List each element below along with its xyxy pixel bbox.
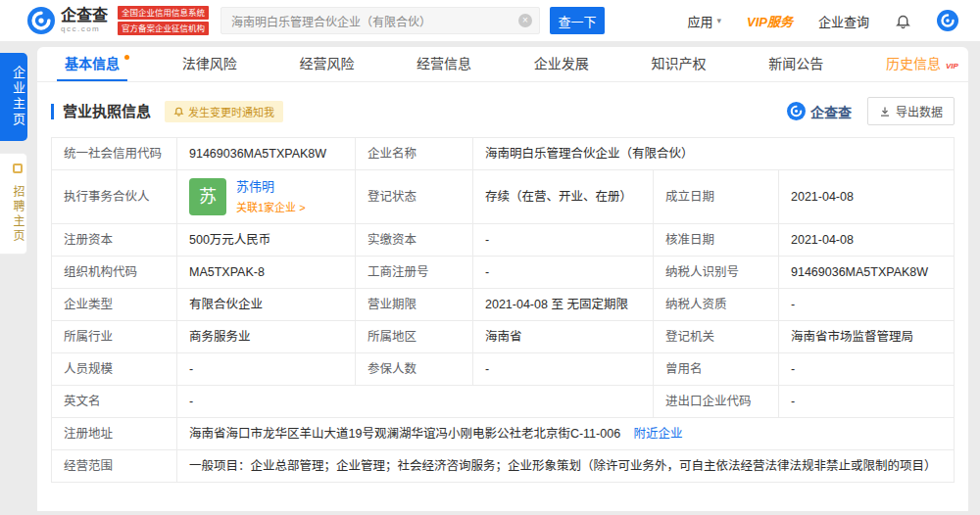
field-label: 人员规模: [52, 353, 177, 386]
search-clear-icon[interactable]: ×: [518, 14, 532, 27]
field-label: 注册地址: [52, 418, 177, 450]
table-row: 注册资本 500万元人民币 实缴资本 - 核准日期 2021-04-08: [52, 224, 955, 257]
table-row: 统一社会信用代码 91469036MA5TXPAK8W 企业名称 海南明白乐管理…: [52, 138, 955, 170]
field-value: -: [473, 257, 654, 289]
enterprise-search-link[interactable]: 企业查询: [818, 12, 869, 30]
tab-legal-risk[interactable]: 法律风险: [174, 47, 245, 81]
brand-watermark: 企查查: [787, 102, 852, 121]
field-value: 2021-04-08: [779, 170, 955, 224]
tab-operation-risk[interactable]: 经营风险: [291, 47, 362, 81]
field-label: 进出口企业代码: [654, 386, 779, 418]
table-row: 经营范围 一般项目：企业总部管理；企业管理；社会经济咨询服务；企业形象策划（除许…: [52, 450, 955, 483]
field-label: 曾用名: [654, 353, 779, 386]
section-header: 营业执照信息 发生变更时通知我 企查查 导出数据: [51, 97, 955, 125]
bell-icon: [895, 13, 911, 29]
field-value: 海南省市场监督管理局: [779, 321, 955, 353]
table-row: 英文名 - 进出口企业代码 -: [52, 386, 955, 418]
recruit-tab-label: 招聘主页: [11, 185, 24, 244]
slogan-line-1: 全国企业信用信息系统: [118, 6, 209, 20]
header-nav: 应用 ▾ VIP服务 企业查询: [687, 10, 980, 31]
apps-label: 应用: [687, 12, 712, 30]
logo-domain: qcc.com: [61, 25, 108, 33]
field-value: -: [779, 386, 955, 418]
vip-badge: VIP: [946, 49, 958, 83]
field-label: 所属行业: [52, 321, 177, 353]
field-value: 一般项目：企业总部管理；企业管理；社会经济咨询服务；企业形象策划（除许可业务外，…: [177, 450, 955, 483]
field-label: 纳税人识别号: [654, 257, 779, 289]
logo-title: 企查查: [61, 8, 108, 23]
slogan-line-2: 官方备案企业征信机构: [118, 22, 209, 35]
tab-news[interactable]: 新闻公告: [760, 47, 831, 81]
table-row: 人员规模 - 参保人数 - 曾用名 -: [52, 353, 955, 386]
tab-history-info[interactable]: 历史信息 VIP: [878, 47, 949, 81]
partner-name-link[interactable]: 苏伟明: [236, 179, 306, 195]
field-value: -: [473, 353, 654, 386]
sidebar-tab-company-home[interactable]: 企业主页: [0, 53, 27, 141]
field-label: 英文名: [52, 386, 177, 418]
related-companies-link[interactable]: 关联1家企业 >: [236, 200, 306, 215]
field-value: 有限合伙企业: [177, 289, 356, 321]
notify-label: 发生变更时通知我: [188, 104, 274, 119]
field-value: -: [177, 353, 356, 386]
notification-bell[interactable]: [895, 13, 911, 29]
field-label: 注册资本: [52, 224, 177, 257]
field-value: -: [779, 289, 955, 321]
license-info-table: 统一社会信用代码 91469036MA5TXPAK8W 企业名称 海南明白乐管理…: [51, 137, 955, 483]
partner-avatar: 苏: [189, 178, 226, 215]
field-label: 经营范围: [52, 450, 177, 483]
slogan: 全国企业信用信息系统 官方备案企业征信机构: [118, 6, 209, 35]
notify-bell-icon: [173, 106, 184, 117]
tab-bar: 基本信息 法律风险 经营风险 经营信息 企业发展 知识产权 新闻公告 历史信息 …: [37, 47, 968, 82]
field-label: 实缴资本: [356, 224, 473, 257]
main-card: 基本信息 法律风险 经营风险 经营信息 企业发展 知识产权 新闻公告 历史信息 …: [37, 47, 968, 511]
search-input[interactable]: [220, 7, 540, 34]
partner-cell: 苏 苏伟明 关联1家企业 >: [177, 170, 356, 224]
table-row: 企业类型 有限合伙企业 营业期限 2021-04-08 至 无固定期限 纳税人资…: [52, 289, 955, 321]
top-header: 企查查 qcc.com 全国企业信用信息系统 官方备案企业征信机构 × 查一下 …: [0, 0, 980, 41]
tab-operation-info[interactable]: 经营信息: [409, 47, 479, 81]
field-label: 核准日期: [654, 224, 779, 257]
field-value: 91469036MA5TXPAK8W: [177, 138, 356, 170]
apps-menu[interactable]: 应用 ▾: [687, 12, 721, 30]
field-value: 91469036MA5TXPAK8W: [779, 257, 955, 289]
qcc-logo[interactable]: 企查查 qcc.com: [27, 7, 108, 34]
field-value: 存续（在营、开业、在册）: [473, 170, 654, 224]
table-row: 执行事务合伙人 苏 苏伟明 关联1家企业 > 登记状态 存续（在营、开业、在册）…: [52, 170, 955, 224]
tab-history-info-label: 历史信息: [886, 56, 941, 71]
notify-on-change-button[interactable]: 发生变更时通知我: [165, 101, 283, 122]
table-row: 组织机构代码 MA5TXPAK-8 工商注册号 - 纳税人识别号 9146903…: [52, 257, 955, 289]
field-label: 成立日期: [654, 170, 779, 224]
search-button[interactable]: 查一下: [550, 7, 605, 34]
table-row: 所属行业 商务服务业 所属地区 海南省 登记机关 海南省市场监督管理局: [52, 321, 955, 353]
brand-watermark-text: 企查查: [810, 102, 852, 121]
nearby-companies-link[interactable]: 附近企业: [634, 427, 683, 441]
field-value: 2021-04-08 至 无固定期限: [473, 289, 654, 321]
field-label: 登记机关: [654, 321, 779, 353]
field-label: 登记状态: [356, 170, 473, 224]
search-bar: × 查一下: [220, 7, 605, 34]
export-data-button[interactable]: 导出数据: [867, 97, 955, 125]
field-label: 所属地区: [356, 321, 473, 353]
sidebar-tab-recruit-home[interactable]: 招聘主页: [0, 153, 27, 255]
recruit-tab-icon: [13, 164, 23, 173]
vip-service-link[interactable]: VIP服务: [747, 12, 793, 30]
table-row: 注册地址 海南省海口市龙华区羊山大道19号观澜湖华谊冯小刚电影公社老北京街C-1…: [52, 418, 955, 450]
field-value: MA5TXPAK-8: [177, 257, 356, 289]
field-value: 2021-04-08: [779, 224, 955, 257]
field-value: 500万元人民币: [177, 224, 356, 257]
customer-service-button[interactable]: [937, 10, 958, 31]
tab-basic-info[interactable]: 基本信息: [57, 47, 127, 81]
field-value: 海南省: [473, 321, 654, 353]
brand-watermark-icon: [787, 102, 806, 120]
field-label: 执行事务合伙人: [52, 170, 177, 224]
section-title: 营业执照信息: [51, 104, 151, 119]
tab-intellectual-property[interactable]: 知识产权: [644, 47, 714, 81]
field-label: 企业名称: [356, 138, 473, 170]
export-label: 导出数据: [896, 103, 943, 119]
field-label: 组织机构代码: [52, 257, 177, 289]
tab-company-development[interactable]: 企业发展: [526, 47, 597, 81]
customer-service-icon: [937, 10, 958, 31]
field-value: -: [473, 224, 654, 257]
field-value: 海南明白乐管理合伙企业（有限合伙）: [473, 138, 955, 170]
field-value: -: [177, 386, 654, 418]
